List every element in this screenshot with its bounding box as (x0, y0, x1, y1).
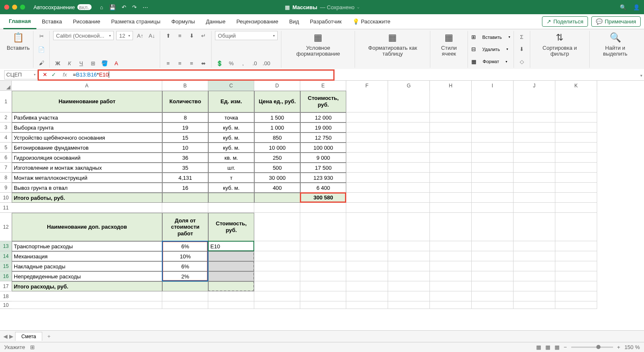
cell[interactable] (346, 271, 388, 281)
row-header[interactable]: 12 (0, 213, 12, 241)
row-header[interactable]: 11 (0, 203, 12, 213)
cell[interactable] (430, 91, 472, 112)
autosum-icon[interactable]: Σ (517, 33, 526, 42)
row-header[interactable]: 3 (0, 122, 12, 133)
row-header[interactable]: 13 (0, 241, 12, 251)
comma-icon[interactable]: , (238, 59, 248, 68)
tab-layout[interactable]: Разметка страницы (106, 14, 166, 29)
cell[interactable] (472, 173, 514, 183)
cell[interactable] (472, 122, 514, 133)
table-cell[interactable]: 123 930 (300, 173, 346, 183)
cell[interactable] (472, 301, 514, 309)
cell[interactable] (254, 213, 300, 241)
cell[interactable] (555, 203, 597, 213)
underline-icon[interactable]: Ч (77, 59, 86, 68)
cell[interactable] (162, 203, 208, 213)
cell[interactable] (346, 203, 388, 213)
table-header[interactable]: Цена ед., руб. (254, 91, 300, 112)
sort-filter-button[interactable]: ⇅Сортировка и фильтр (534, 31, 586, 57)
cell[interactable] (388, 122, 430, 133)
cell[interactable] (514, 281, 555, 291)
table-header[interactable]: Доля от стоимости работ (162, 213, 208, 241)
cell[interactable] (514, 261, 555, 271)
cell[interactable] (514, 213, 555, 241)
align-center-icon[interactable]: ≡ (175, 59, 184, 68)
cell[interactable] (430, 291, 472, 301)
clear-icon[interactable]: ◇ (517, 57, 526, 66)
format-painter-icon[interactable]: 🖌 (37, 58, 46, 67)
table-cell[interactable]: Изготовление и монтаж закладных (12, 163, 162, 173)
table-cell[interactable]: E10 (208, 241, 254, 251)
cell[interactable] (555, 163, 597, 173)
row-header[interactable]: 4 (0, 133, 12, 143)
cell[interactable] (555, 213, 597, 241)
table-cell[interactable]: 9 000 (300, 153, 346, 163)
cell[interactable] (555, 241, 597, 251)
column-header[interactable]: I (472, 81, 514, 91)
collapse-formula-icon[interactable]: ▾ (640, 73, 642, 77)
fx-icon[interactable]: fx (63, 71, 67, 78)
total-cell[interactable] (208, 281, 254, 291)
cell[interactable] (555, 271, 597, 281)
cell[interactable] (430, 251, 472, 261)
cell[interactable] (300, 261, 346, 271)
name-box[interactable]: СЦЕП▾ (4, 70, 38, 79)
table-cell[interactable]: куб. м. (208, 183, 254, 193)
cell[interactable] (555, 122, 597, 133)
cell[interactable] (208, 291, 254, 301)
cell[interactable] (254, 301, 300, 309)
table-cell[interactable]: Гидроизоляция оснований (12, 153, 162, 163)
search-icon[interactable]: 🔍 (620, 4, 626, 10)
column-header[interactable]: H (430, 81, 472, 91)
row-header[interactable]: 17 (0, 281, 12, 291)
table-cell[interactable]: Разбивка участка (12, 112, 162, 122)
table-cell[interactable]: 8 (162, 112, 208, 122)
cell[interactable] (388, 153, 430, 163)
row-header[interactable]: 7 (0, 163, 12, 173)
paste-button[interactable]: 📋 Вставить (7, 31, 30, 51)
table-cell[interactable]: 6% (162, 261, 208, 271)
table-cell[interactable]: 1 500 (254, 112, 300, 122)
cell[interactable] (430, 122, 472, 133)
cell[interactable] (208, 203, 254, 213)
cell[interactable] (514, 241, 555, 251)
cell[interactable] (555, 291, 597, 301)
maximize-icon[interactable] (20, 5, 25, 10)
cell[interactable] (346, 241, 388, 251)
cell[interactable] (346, 213, 388, 241)
cell[interactable] (430, 163, 472, 173)
conditional-format-button[interactable]: ▦Условное форматирование (285, 31, 351, 57)
minimize-icon[interactable] (12, 5, 17, 10)
cell[interactable] (514, 193, 555, 203)
cell[interactable] (388, 301, 430, 309)
cell[interactable] (472, 203, 514, 213)
number-format-select[interactable]: Общий▾ (215, 31, 278, 40)
cell[interactable] (472, 261, 514, 271)
cell[interactable] (555, 193, 597, 203)
format-cells-button[interactable]: ▦ Формат ▾ (471, 59, 510, 65)
cell[interactable] (430, 143, 472, 153)
row-header[interactable]: 8 (0, 173, 12, 183)
tell-me[interactable]: 💡Расскажите (347, 14, 396, 29)
total-cell[interactable] (254, 193, 300, 203)
more-icon[interactable]: ⋯ (143, 4, 148, 10)
cell[interactable] (346, 281, 388, 291)
cell[interactable] (514, 271, 555, 281)
percent-icon[interactable]: % (227, 59, 236, 68)
tab-data[interactable]: Данные (200, 14, 231, 29)
cell[interactable] (514, 301, 555, 309)
column-header[interactable]: E (300, 81, 346, 91)
cell[interactable] (472, 91, 514, 112)
cell[interactable] (514, 122, 555, 133)
account-icon[interactable]: 👤 (633, 4, 640, 10)
row-header[interactable]: 10 (0, 301, 12, 309)
cell-styles-button[interactable]: ▦Стили ячеек (434, 31, 464, 57)
accept-formula-icon[interactable]: ✓ (51, 71, 56, 78)
cell[interactable] (430, 153, 472, 163)
cell[interactable] (346, 261, 388, 271)
table-header[interactable]: Наименование работ (12, 91, 162, 112)
cell[interactable] (555, 183, 597, 193)
cell[interactable] (555, 301, 597, 309)
table-header[interactable]: Наименование доп. расходов (12, 213, 162, 241)
cell[interactable] (430, 241, 472, 251)
